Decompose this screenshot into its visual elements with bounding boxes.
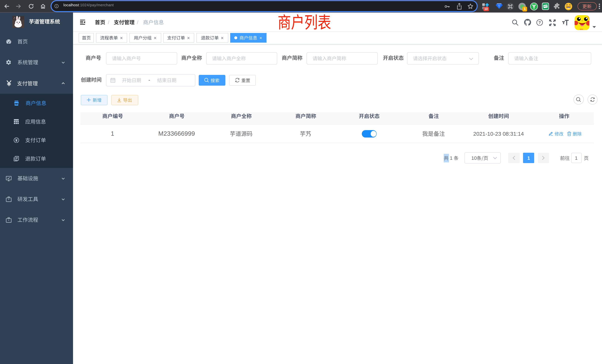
svg-text:?: ? xyxy=(538,20,541,25)
